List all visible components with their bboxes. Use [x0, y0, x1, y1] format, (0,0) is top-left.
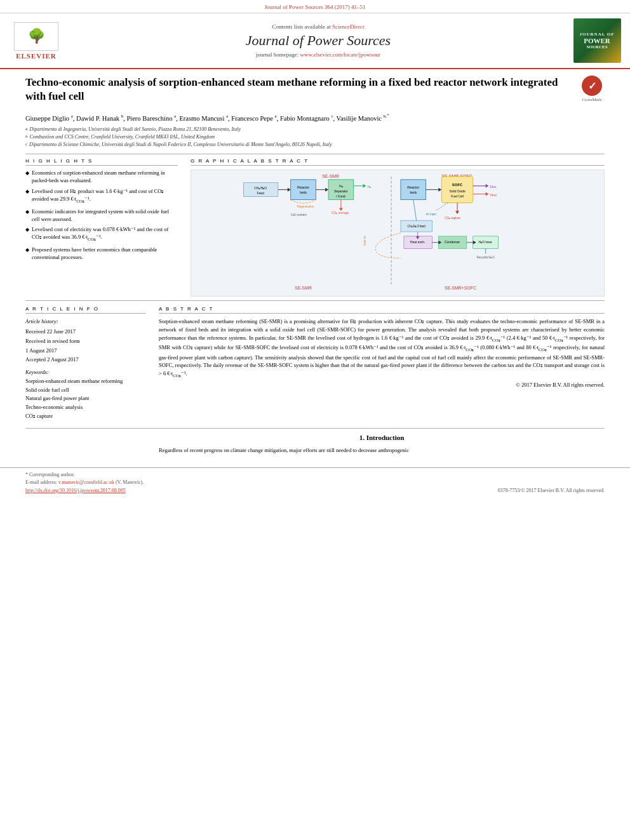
svg-text:SE-SMR+SOFC: SE-SMR+SOFC	[445, 286, 476, 291]
crossmark-icon: ✓	[582, 76, 602, 96]
bullet-3: ◆	[25, 208, 29, 223]
highlights-graphical-row: H I G H L I G H T S ◆ Economics of sorpt…	[25, 158, 605, 297]
article-history: Article history: Received 22 June 2017 R…	[25, 317, 146, 364]
email-suffix: (V. Manovic).	[116, 479, 144, 485]
doi-link[interactable]: http://dx.doi.org/10.1016/j.jpowsour.201…	[25, 488, 126, 493]
email-link[interactable]: v.manovic@cranfield.ac.uk	[58, 479, 114, 485]
homepage-link[interactable]: www.elsevier.com/locate/jpowsour	[300, 51, 380, 58]
affil-a-text: Dipartimento di Ingegneria, Università d…	[30, 126, 241, 133]
elsevier-logo-image: 🌳	[14, 22, 58, 51]
ps-logo-box: Journal of POWER SOURCES	[573, 18, 621, 63]
sciencedirect-line: Contents lists available at ScienceDirec…	[71, 23, 565, 30]
page-wrapper: Journal of Power Sources 364 (2017) 41–5…	[0, 0, 630, 497]
svg-text:H₂O treat.: H₂O treat.	[479, 241, 493, 244]
divider-1	[25, 154, 605, 154]
page-footer: * Corresponding author. E-mail address: …	[0, 467, 630, 497]
journal-homepage-line: journal homepage: www.elsevier.com/locat…	[71, 51, 565, 58]
graphical-abstract-col: G R A P H I C A L A B S T R A C T SE-SMR…	[191, 158, 605, 297]
svg-text:H₂: H₂	[339, 185, 343, 188]
svg-text:CH₄/H₂O feed: CH₄/H₂O feed	[408, 225, 426, 229]
bullet-2: ◆	[25, 188, 29, 204]
intro-text: Regardless of recent progress on climate…	[159, 446, 605, 455]
homepage-label: journal homepage:	[256, 51, 298, 58]
highlights-col: H I G H L I G H T S ◆ Economics of sorpt…	[25, 158, 178, 297]
bullet-4: ◆	[25, 226, 29, 243]
highlight-text-5: Proposed systems have better economics t…	[32, 246, 178, 262]
highlight-item-2: ◆ Levelised cost of H₂ product was 1.6 €…	[25, 188, 178, 204]
highlights-list: ◆ Economics of sorption-enhanced steam m…	[25, 170, 178, 261]
bullet-5: ◆	[25, 246, 29, 262]
highlight-item-1: ◆ Economics of sorption-enhanced steam m…	[25, 170, 178, 185]
affil-b-text: Combustion and CCS Centre, Cranfield Uni…	[30, 133, 215, 141]
received-date: Received 22 June 2017	[25, 328, 146, 336]
ga-svg-diagram: SE-SMR SE-SMR-SOFC CH₄/H₂O Feed Reactor	[191, 170, 604, 296]
keyword-1: Sorption-enhanced steam methane reformin…	[25, 377, 146, 386]
keyword-5: CO₂ capture	[25, 412, 146, 421]
keywords-title: Keywords:	[25, 369, 146, 375]
highlight-item-3: ◆ Economic indicators for integrated sys…	[25, 208, 178, 223]
affiliations: a Dipartimento di Ingegneria, Università…	[25, 126, 605, 149]
abstract-copyright: © 2017 Elsevier B.V. All rights reserved…	[159, 382, 605, 388]
svg-text:Reactor: Reactor	[407, 185, 419, 189]
affil-c: c Dipartimento di Scienze Chimiche, Univ…	[25, 141, 605, 149]
ps-logo-text3: SOURCES	[586, 44, 607, 50]
svg-text:beds: beds	[410, 191, 417, 194]
power-sources-logo: Journal of POWER SOURCES	[572, 18, 622, 63]
keyword-2: Solid oxide fuel cell	[25, 386, 146, 395]
highlight-text-1: Economics of sorption-enhanced steam met…	[32, 170, 178, 185]
svg-text:Regeneration: Regeneration	[297, 206, 314, 209]
elsevier-label: ELSEVIER	[16, 52, 57, 60]
intro-content: 1. Introduction Regardless of recent pro…	[159, 434, 605, 455]
article-title-area: Techno-economic analysis of sorption-enh…	[25, 76, 605, 107]
highlight-item-4: ◆ Levelised cost of electricity was 0.07…	[25, 226, 178, 243]
svg-text:Air input: Air input	[426, 213, 437, 217]
intro-title: 1. Introduction	[159, 434, 605, 441]
sciencedirect-link[interactable]: ScienceDirect	[332, 23, 364, 30]
history-label: Article history:	[25, 317, 146, 326]
corresponding-label: * Corresponding author.	[25, 472, 75, 477]
article-content: Techno-economic analysis of sorption-enh…	[0, 69, 630, 461]
article-title: Techno-economic analysis of sorption-enh…	[25, 76, 573, 103]
svg-text:Heat exch.: Heat exch.	[410, 241, 426, 244]
svg-text:/ Cond.: / Cond.	[336, 195, 346, 198]
keywords-list: Sorption-enhanced steam methane reformin…	[25, 377, 146, 420]
ps-logo-text1: Journal of	[580, 32, 615, 37]
keywords-section: Keywords: Sorption-enhanced steam methan…	[25, 369, 146, 420]
abstract-text: Sorption-enhanced steam methane reformin…	[159, 317, 605, 379]
graphical-abstract-image: SE-SMR SE-SMR-SOFC CH₄/H₂O Feed Reactor	[191, 170, 605, 297]
svg-text:Heat int.: Heat int.	[364, 236, 367, 246]
svg-text:CO₂ storage: CO₂ storage	[332, 212, 349, 215]
affil-c-text: Dipartimento di Scienze Chimiche, Univer…	[29, 141, 332, 149]
accepted-date: Accepted 2 August 2017	[25, 356, 146, 364]
highlights-header: H I G H L I G H T S	[25, 158, 178, 166]
svg-text:Recycled H₂O: Recycled H₂O	[477, 256, 495, 259]
bullet-1: ◆	[25, 170, 29, 185]
sciencedirect-label: Contents lists available at	[272, 23, 331, 30]
svg-text:Separator: Separator	[334, 190, 348, 193]
svg-text:beds: beds	[300, 191, 307, 194]
graphical-abstract-header: G R A P H I C A L A B S T R A C T	[191, 158, 605, 166]
svg-text:H₂: H₂	[367, 185, 371, 189]
svg-text:Reactor: Reactor	[297, 185, 309, 189]
crossmark-label: CrossMark	[582, 97, 601, 102]
elsevier-tree-icon: 🌳	[28, 28, 45, 44]
keyword-4: Techno-economic analysis	[25, 403, 146, 412]
keyword-3: Natural gas-fired power plant	[25, 394, 146, 403]
email-line: E-mail address: v.manovic@cranfield.ac.u…	[25, 479, 605, 485]
affil-a: a Dipartimento di Ingegneria, Università…	[25, 126, 605, 133]
highlight-text-2: Levelised cost of H₂ product was 1.6 €·k…	[32, 188, 178, 204]
svg-text:Solid Oxide: Solid Oxide	[449, 190, 466, 193]
svg-text:SE-SMR: SE-SMR	[322, 174, 339, 178]
corresponding-author-note: * Corresponding author.	[25, 472, 605, 477]
svg-text:Elec.: Elec.	[490, 185, 497, 189]
ps-logo-text2: POWER	[584, 37, 610, 44]
svg-text:SOFC: SOFC	[452, 183, 463, 187]
svg-text:Heat: Heat	[490, 194, 497, 197]
footer-bottom: http://dx.doi.org/10.1016/j.jpowsour.201…	[25, 488, 605, 493]
email-label: E-mail address:	[25, 479, 57, 485]
intro-two-col: 1. Introduction Regardless of recent pro…	[25, 434, 605, 455]
svg-text:CaO sorbent: CaO sorbent	[291, 214, 307, 217]
svg-rect-26	[401, 180, 426, 200]
introduction-section: 1. Introduction Regardless of recent pro…	[25, 428, 605, 455]
revised-date: 1 August 2017	[25, 347, 146, 355]
